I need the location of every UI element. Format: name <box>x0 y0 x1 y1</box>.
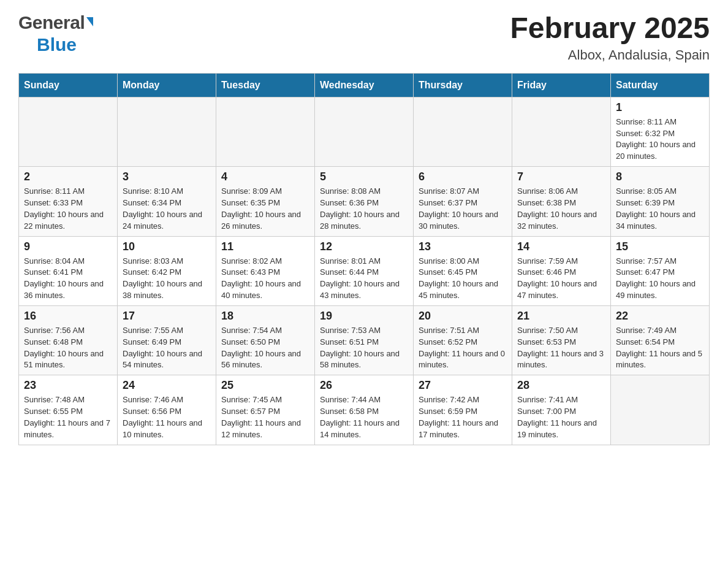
calendar-day-cell: 25Sunrise: 7:45 AM Sunset: 6:57 PM Dayli… <box>216 375 315 445</box>
logo: General Blue <box>18 12 93 55</box>
calendar-day-cell <box>19 97 118 166</box>
day-number: 20 <box>419 310 507 323</box>
day-info: Sunrise: 7:53 AM Sunset: 6:51 PM Dayligh… <box>320 325 408 371</box>
day-number: 19 <box>320 310 408 323</box>
day-number: 17 <box>123 310 211 323</box>
calendar-day-cell: 3Sunrise: 8:10 AM Sunset: 6:34 PM Daylig… <box>118 167 216 236</box>
day-info: Sunrise: 8:03 AM Sunset: 6:42 PM Dayligh… <box>123 256 211 302</box>
calendar-table: SundayMondayTuesdayWednesdayThursdayFrid… <box>18 73 710 445</box>
calendar-day-cell: 5Sunrise: 8:08 AM Sunset: 6:36 PM Daylig… <box>315 167 414 236</box>
calendar-day-cell: 15Sunrise: 7:57 AM Sunset: 6:47 PM Dayli… <box>611 236 710 305</box>
day-number: 27 <box>419 379 507 392</box>
day-info: Sunrise: 8:05 AM Sunset: 6:39 PM Dayligh… <box>616 186 704 232</box>
day-number: 14 <box>517 240 605 253</box>
day-number: 25 <box>221 379 309 392</box>
calendar-day-cell: 16Sunrise: 7:56 AM Sunset: 6:48 PM Dayli… <box>19 305 118 375</box>
location-subtitle: Albox, Andalusia, Spain <box>510 47 710 63</box>
day-number: 28 <box>517 379 605 392</box>
day-info: Sunrise: 8:10 AM Sunset: 6:34 PM Dayligh… <box>123 186 211 232</box>
day-info: Sunrise: 7:51 AM Sunset: 6:52 PM Dayligh… <box>419 325 507 371</box>
header-row: SundayMondayTuesdayWednesdayThursdayFrid… <box>19 73 710 97</box>
day-number: 2 <box>24 170 112 183</box>
calendar-day-cell <box>512 97 611 166</box>
day-number: 8 <box>616 170 704 183</box>
calendar-day-cell <box>414 97 512 166</box>
day-info: Sunrise: 8:06 AM Sunset: 6:38 PM Dayligh… <box>517 186 605 232</box>
calendar-day-cell: 4Sunrise: 8:09 AM Sunset: 6:35 PM Daylig… <box>216 167 315 236</box>
calendar-day-cell: 22Sunrise: 7:49 AM Sunset: 6:54 PM Dayli… <box>611 305 710 375</box>
calendar-day-cell: 8Sunrise: 8:05 AM Sunset: 6:39 PM Daylig… <box>611 167 710 236</box>
logo-blue-text: Blue <box>37 34 77 55</box>
day-info: Sunrise: 7:41 AM Sunset: 7:00 PM Dayligh… <box>517 394 605 440</box>
day-info: Sunrise: 7:57 AM Sunset: 6:47 PM Dayligh… <box>616 256 704 302</box>
calendar-day-cell: 23Sunrise: 7:48 AM Sunset: 6:55 PM Dayli… <box>19 375 118 445</box>
day-number: 21 <box>517 310 605 323</box>
day-info: Sunrise: 8:08 AM Sunset: 6:36 PM Dayligh… <box>320 186 408 232</box>
calendar-day-cell: 17Sunrise: 7:55 AM Sunset: 6:49 PM Dayli… <box>118 305 216 375</box>
calendar-body: 1Sunrise: 8:11 AM Sunset: 6:32 PM Daylig… <box>19 97 710 445</box>
calendar-week-row: 23Sunrise: 7:48 AM Sunset: 6:55 PM Dayli… <box>19 375 710 445</box>
day-info: Sunrise: 7:56 AM Sunset: 6:48 PM Dayligh… <box>24 325 112 371</box>
calendar-day-cell: 28Sunrise: 7:41 AM Sunset: 7:00 PM Dayli… <box>512 375 611 445</box>
calendar-week-row: 16Sunrise: 7:56 AM Sunset: 6:48 PM Dayli… <box>19 305 710 375</box>
day-number: 15 <box>616 240 704 253</box>
calendar-day-cell <box>611 375 710 445</box>
day-info: Sunrise: 8:04 AM Sunset: 6:41 PM Dayligh… <box>24 256 112 302</box>
day-of-week-header: Saturday <box>611 73 710 97</box>
day-of-week-header: Friday <box>512 73 611 97</box>
calendar-day-cell: 14Sunrise: 7:59 AM Sunset: 6:46 PM Dayli… <box>512 236 611 305</box>
day-number: 3 <box>123 170 211 183</box>
calendar-day-cell: 26Sunrise: 7:44 AM Sunset: 6:58 PM Dayli… <box>315 375 414 445</box>
day-info: Sunrise: 8:11 AM Sunset: 6:33 PM Dayligh… <box>24 186 112 232</box>
day-info: Sunrise: 8:11 AM Sunset: 6:32 PM Dayligh… <box>616 117 704 163</box>
calendar-day-cell: 12Sunrise: 8:01 AM Sunset: 6:44 PM Dayli… <box>315 236 414 305</box>
title-area: February 2025 Albox, Andalusia, Spain <box>510 12 710 63</box>
calendar-day-cell: 1Sunrise: 8:11 AM Sunset: 6:32 PM Daylig… <box>611 97 710 166</box>
day-info: Sunrise: 8:00 AM Sunset: 6:45 PM Dayligh… <box>419 256 507 302</box>
day-number: 1 <box>616 101 704 114</box>
day-info: Sunrise: 7:44 AM Sunset: 6:58 PM Dayligh… <box>320 394 408 440</box>
day-number: 4 <box>221 170 309 183</box>
day-number: 10 <box>123 240 211 253</box>
day-of-week-header: Thursday <box>414 73 512 97</box>
day-info: Sunrise: 8:02 AM Sunset: 6:43 PM Dayligh… <box>221 256 309 302</box>
day-number: 18 <box>221 310 309 323</box>
calendar-day-cell: 19Sunrise: 7:53 AM Sunset: 6:51 PM Dayli… <box>315 305 414 375</box>
day-number: 23 <box>24 379 112 392</box>
calendar-day-cell: 13Sunrise: 8:00 AM Sunset: 6:45 PM Dayli… <box>414 236 512 305</box>
calendar-day-cell: 11Sunrise: 8:02 AM Sunset: 6:43 PM Dayli… <box>216 236 315 305</box>
calendar-day-cell: 27Sunrise: 7:42 AM Sunset: 6:59 PM Dayli… <box>414 375 512 445</box>
day-info: Sunrise: 7:54 AM Sunset: 6:50 PM Dayligh… <box>221 325 309 371</box>
calendar-week-row: 1Sunrise: 8:11 AM Sunset: 6:32 PM Daylig… <box>19 97 710 166</box>
day-number: 6 <box>419 170 507 183</box>
day-number: 12 <box>320 240 408 253</box>
calendar-day-cell <box>216 97 315 166</box>
calendar-day-cell: 10Sunrise: 8:03 AM Sunset: 6:42 PM Dayli… <box>118 236 216 305</box>
day-number: 24 <box>123 379 211 392</box>
calendar-day-cell: 18Sunrise: 7:54 AM Sunset: 6:50 PM Dayli… <box>216 305 315 375</box>
day-info: Sunrise: 7:55 AM Sunset: 6:49 PM Dayligh… <box>123 325 211 371</box>
calendar-day-cell: 24Sunrise: 7:46 AM Sunset: 6:56 PM Dayli… <box>118 375 216 445</box>
calendar-day-cell: 7Sunrise: 8:06 AM Sunset: 6:38 PM Daylig… <box>512 167 611 236</box>
day-number: 22 <box>616 310 704 323</box>
day-of-week-header: Tuesday <box>216 73 315 97</box>
calendar-header: SundayMondayTuesdayWednesdayThursdayFrid… <box>19 73 710 97</box>
day-info: Sunrise: 7:45 AM Sunset: 6:57 PM Dayligh… <box>221 394 309 440</box>
calendar-week-row: 2Sunrise: 8:11 AM Sunset: 6:33 PM Daylig… <box>19 167 710 236</box>
day-number: 9 <box>24 240 112 253</box>
calendar-week-row: 9Sunrise: 8:04 AM Sunset: 6:41 PM Daylig… <box>19 236 710 305</box>
day-number: 16 <box>24 310 112 323</box>
day-info: Sunrise: 7:59 AM Sunset: 6:46 PM Dayligh… <box>517 256 605 302</box>
day-of-week-header: Wednesday <box>315 73 414 97</box>
logo-arrow-icon <box>86 17 93 26</box>
calendar-day-cell <box>315 97 414 166</box>
day-number: 26 <box>320 379 408 392</box>
day-of-week-header: Sunday <box>19 73 118 97</box>
day-number: 11 <box>221 240 309 253</box>
day-info: Sunrise: 7:48 AM Sunset: 6:55 PM Dayligh… <box>24 394 112 440</box>
calendar-day-cell: 9Sunrise: 8:04 AM Sunset: 6:41 PM Daylig… <box>19 236 118 305</box>
day-number: 5 <box>320 170 408 183</box>
page-header: General Blue February 2025 Albox, Andalu… <box>18 12 710 63</box>
calendar-day-cell <box>118 97 216 166</box>
day-info: Sunrise: 7:50 AM Sunset: 6:53 PM Dayligh… <box>517 325 605 371</box>
